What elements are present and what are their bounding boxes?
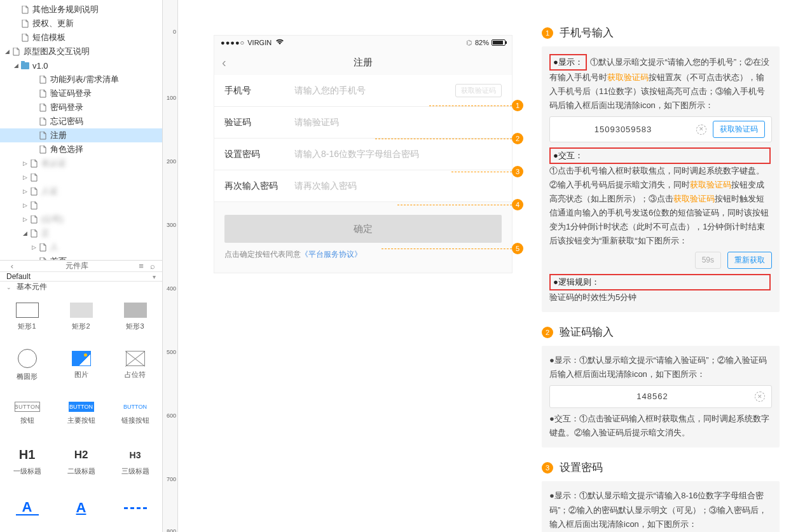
document-icon [20, 5, 29, 14]
field-input[interactable]: 请输入您的手机号 [294, 85, 455, 97]
tag-interaction: ●交互： [549, 147, 771, 164]
search-icon[interactable]: ⌕ [147, 261, 158, 271]
tree-item[interactable]: 验证码登录 [0, 86, 162, 100]
tree-item[interactable]: 功能列表/需求清单 [0, 72, 162, 86]
library-cell[interactable]: BUTTON链接按钮 [108, 389, 162, 437]
group-label: 基本元件 [17, 282, 47, 292]
menu-icon[interactable]: ≡ [135, 261, 147, 271]
shape-label: 图片 [74, 370, 88, 379]
tree-item-label: 其他业务规则说明 [32, 4, 99, 15]
expand-icon[interactable]: ▷ [22, 202, 28, 208]
spec-panel[interactable]: 1 手机号输入 ●显示： ①默认显示暗文提示“请输入您的手机号”；②在没有输入手… [530, 0, 791, 532]
library-cell[interactable]: 图片 [54, 341, 108, 389]
canvas[interactable]: ●●●●○ VIRGIN ⌬ 82% ‹ 注册 手机号请输入您的手机号获取验证码… [178, 0, 530, 532]
library-cell[interactable]: H2二级标题 [54, 437, 108, 486]
library-cell[interactable]: 椭圆形 [0, 341, 54, 389]
expand-icon[interactable]: ◢ [13, 62, 19, 69]
tree-item[interactable]: ▷ [0, 198, 162, 212]
section-2-head: 2 验证码输入 [542, 325, 780, 339]
tree-item-label: 人证 [41, 186, 58, 197]
tree-item[interactable]: ▷名认证 [0, 156, 162, 170]
tree-item[interactable]: 密码登录 [0, 100, 162, 114]
ruler-vertical: 0100200300400500600700800 [163, 0, 178, 532]
library-cell[interactable]: BUTTON主要按钮 [54, 389, 108, 437]
library-cell[interactable]: 矩形3 [108, 292, 162, 341]
shape-label: 三级标题 [121, 467, 149, 476]
expand-icon[interactable]: ▷ [22, 216, 28, 222]
field-input[interactable]: 请输入8-16位数字字母组合密码 [294, 149, 502, 160]
expand-icon[interactable]: ▷ [22, 188, 28, 194]
tree-item[interactable]: ◢v1.0 [0, 58, 162, 72]
expand-icon[interactable]: ◢ [4, 48, 10, 55]
tag-logic: ●逻辑规则： [549, 274, 771, 290]
library-cell[interactable]: 占位符 [108, 341, 162, 389]
library-cell[interactable]: 矩形2 [54, 292, 108, 341]
preset-label: Default [6, 272, 31, 281]
library-cell[interactable]: H1一级标题 [0, 437, 54, 486]
library-group[interactable]: ⌄ 基本元件 [0, 282, 162, 292]
chevron-left-icon[interactable]: ‹ [6, 261, 18, 271]
agreement-link[interactable]: 《平台服务协议》 [301, 250, 362, 259]
tree-item[interactable]: ▷(公司) [0, 212, 162, 226]
tree-item[interactable]: ▷ [0, 170, 162, 184]
tree-item[interactable]: ▷人 [0, 240, 162, 254]
shape-preview: BUTTON [69, 402, 94, 412]
page-title: 注册 [354, 57, 373, 69]
tree-item[interactable]: ◢原型图及交互说明 [0, 44, 162, 58]
signal-icon: ●●●●○ [221, 39, 245, 46]
shape-label: 二级标题 [67, 467, 95, 476]
tree-item[interactable]: 授权、更新 [0, 17, 162, 31]
shape-label: 矩形3 [126, 322, 144, 331]
tree-item[interactable]: 其他业务规则说明 [0, 3, 162, 17]
expand-icon[interactable]: ▷ [22, 174, 28, 181]
shape-label: 链接按钮 [121, 416, 149, 425]
document-icon [20, 33, 29, 42]
library-preset-select[interactable]: Default ▾ [0, 272, 162, 282]
annotation-badge: 4 [512, 199, 523, 210]
tree-item[interactable]: ▷人证 [0, 184, 162, 198]
page-tree[interactable]: 其他业务规则说明授权、更新短信模板◢原型图及交互说明◢v1.0功能列表/需求清单… [0, 0, 162, 261]
tree-item[interactable]: 忘记密码 [0, 114, 162, 128]
field-input[interactable]: 请输验证码 [294, 117, 502, 128]
library-cell[interactable]: BUTTON按钮 [0, 389, 54, 437]
shape-label: 矩形2 [72, 322, 90, 331]
tree-item[interactable]: 注册 [0, 128, 162, 142]
document-icon [29, 215, 38, 224]
get-code-button[interactable]: 获取验证码 [455, 84, 502, 97]
library-cell[interactable]: 矩形1 [0, 292, 54, 341]
document-icon [38, 131, 47, 140]
back-icon[interactable]: ‹ [222, 55, 226, 70]
submit-button[interactable]: 确定 [224, 215, 502, 243]
document-icon [20, 19, 29, 28]
tree-item-label: 正 [41, 228, 50, 239]
document-icon [38, 75, 47, 84]
library-grid: 矩形1矩形2矩形3椭圆形图片占位符BUTTON按钮BUTTON主要按钮BUTTO… [0, 292, 162, 532]
field-input[interactable]: 请再次输入密码 [294, 181, 502, 192]
tree-item[interactable]: 短信模板 [0, 31, 162, 44]
expand-icon[interactable]: ▷ [31, 244, 37, 250]
library-cell[interactable]: A [0, 486, 54, 532]
shape-preview: H2 [70, 447, 93, 463]
battery-icon [492, 39, 506, 46]
tree-item-label: 忘记密码 [50, 116, 83, 127]
tree-item[interactable]: ◢正 [0, 226, 162, 240]
tree-item-label: 功能列表/需求清单 [50, 74, 119, 85]
document-icon [29, 159, 38, 168]
shape-preview: A [70, 500, 93, 515]
library-cell[interactable] [108, 486, 162, 532]
tree-item[interactable]: 角色选择 [0, 142, 162, 156]
annotation-badge: 1 [512, 100, 523, 111]
tree-item-label: 角色选择 [50, 144, 83, 155]
field-label: 手机号 [224, 85, 294, 97]
tree-item[interactable]: 首页 [0, 254, 162, 261]
shape-label: 主要按钮 [67, 416, 95, 425]
shape-preview [16, 303, 39, 318]
tree-item-label: 注册 [50, 130, 67, 141]
navbar: ‹ 注册 [214, 50, 512, 75]
expand-icon[interactable]: ◢ [22, 230, 28, 236]
library-cell[interactable]: A [54, 486, 108, 532]
document-icon [38, 89, 47, 98]
expand-icon[interactable]: ▷ [22, 160, 28, 167]
library-cell[interactable]: H3三级标题 [108, 437, 162, 486]
sample-code-box: 148562 ✕ [549, 385, 772, 408]
